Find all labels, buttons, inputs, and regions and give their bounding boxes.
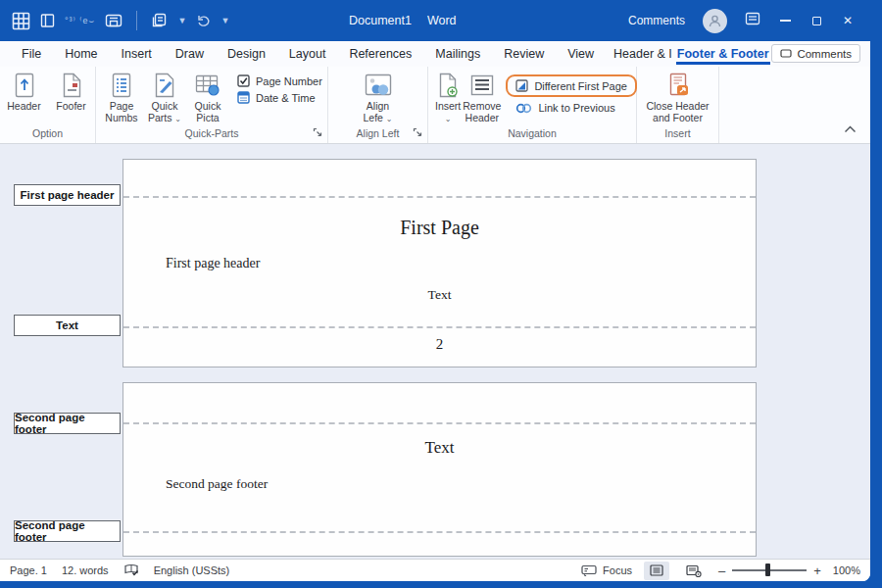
- dropdown-caret-icon: ⌄: [445, 115, 452, 123]
- tab-home[interactable]: Home: [53, 41, 109, 67]
- page-numbs-label: PageNumbs: [105, 100, 137, 124]
- different-first-page-checkbox[interactable]: Different First Page: [506, 74, 637, 97]
- quick-access-toolbar: °³⁾ ⁽e⌣ ▼ ▼: [0, 11, 229, 30]
- page-number-icon: [111, 71, 132, 100]
- print-layout-button[interactable]: [681, 562, 707, 580]
- ribbon-group-quick-parts: PageNumbs QuickParts ⌄ QuickPicta: [96, 67, 328, 143]
- zoom-in-button[interactable]: +: [813, 564, 821, 578]
- page1-header-text[interactable]: First page header: [166, 256, 260, 271]
- spellcheck-icon[interactable]: [123, 564, 139, 578]
- tab-header-footer-active[interactable]: Header & I Footer & Footer: [606, 41, 778, 67]
- autosave-document-icon[interactable]: [151, 13, 168, 28]
- titlebar-comments-label: Comments: [628, 14, 685, 27]
- dropdown-caret-icon[interactable]: ▼: [177, 16, 186, 25]
- ribbon: Header Foofer Option PageNumbs: [0, 67, 870, 144]
- save-icon[interactable]: [105, 14, 122, 28]
- zoom-slider-track[interactable]: [732, 569, 807, 571]
- date-time-icon: [237, 91, 250, 104]
- page-number-check-label: Page Number: [256, 75, 322, 87]
- collapse-ribbon-icon[interactable]: [844, 120, 857, 137]
- document-page-2[interactable]: Text Second page footer: [122, 382, 757, 557]
- insert-button-label: Insert ⌄: [435, 100, 461, 124]
- group-label-option: Option: [0, 126, 95, 143]
- undo-icon[interactable]: [196, 14, 211, 27]
- focus-button[interactable]: Focus: [581, 564, 632, 576]
- side-label-second-page-footer-2: Second page footer: [14, 520, 121, 542]
- active-tab-prefix: Header & I: [613, 47, 672, 61]
- checkbox-checked-icon: [237, 74, 250, 87]
- quick-parts-button[interactable]: QuickParts ⌄: [144, 71, 185, 124]
- page2-footer-text[interactable]: Second page footer: [166, 476, 268, 492]
- tab-insert[interactable]: Insert: [110, 41, 164, 67]
- tab-design[interactable]: Design: [216, 41, 277, 67]
- header-button-label: Header: [7, 100, 40, 112]
- remove-header-button[interactable]: RemoveHeader: [463, 71, 501, 124]
- date-time-button[interactable]: Date & Time: [237, 91, 322, 104]
- focus-label: Focus: [603, 564, 632, 576]
- align-left-button[interactable]: AlignLefe ⌄: [353, 71, 404, 124]
- dialog-launcher-icon[interactable]: [413, 123, 422, 141]
- titlebar-controls: Comments ✕: [628, 0, 870, 41]
- scribble-marks-icon: °³⁾ ⁽e⌣: [65, 16, 95, 26]
- footer-boundary-dashed-line: [123, 531, 756, 533]
- focus-icon: [581, 564, 598, 576]
- header-boundary-dashed-line: [123, 196, 756, 198]
- close-button[interactable]: ✕: [841, 0, 855, 41]
- page-numbs-button[interactable]: PageNumbs: [101, 71, 142, 124]
- tab-layout[interactable]: Layout: [277, 41, 338, 67]
- header-button[interactable]: Header: [4, 71, 45, 112]
- page1-title[interactable]: First Page: [123, 217, 756, 239]
- ribbon-group-navigation: Insert ⌄ RemoveHeader Different First Pa…: [428, 67, 637, 143]
- side-label-text-tab: Text: [14, 315, 121, 336]
- tab-review[interactable]: Review: [492, 41, 556, 67]
- page-indicator[interactable]: Page. 1: [10, 564, 47, 576]
- tab-view[interactable]: View: [556, 41, 606, 67]
- zoom-slider: – +: [718, 564, 821, 578]
- window-title: Document1 Word: [349, 0, 457, 41]
- toolbar-separator: [136, 11, 137, 30]
- document-page-1[interactable]: First Page First page header Text 2: [122, 159, 757, 368]
- dropdown-caret-icon: ⌄: [174, 115, 181, 123]
- header-boundary-dashed-line: [123, 422, 756, 424]
- tab-file[interactable]: File: [10, 41, 53, 67]
- footer-button[interactable]: Foofer: [51, 71, 92, 112]
- app-name: Word: [427, 14, 457, 27]
- app-launcher-icon[interactable]: [12, 12, 30, 30]
- active-tab-label: Footer & Footer: [676, 44, 770, 65]
- tab-references[interactable]: References: [337, 41, 423, 67]
- side-label-first-page-header: First page header: [14, 184, 121, 206]
- remove-header-icon: [469, 71, 495, 100]
- language-indicator[interactable]: English (USSts): [154, 564, 230, 576]
- word-window: °³⁾ ⁽e⌣ ▼ ▼ Document1 Word Comments: [0, 0, 870, 581]
- zoom-slider-thumb[interactable]: [765, 564, 770, 576]
- ribbon-display-options-icon[interactable]: [745, 12, 760, 29]
- footer-icon: [60, 71, 83, 100]
- book-icon[interactable]: [40, 13, 55, 28]
- page2-body-text[interactable]: Text: [123, 438, 756, 458]
- document-title: Document1: [349, 14, 412, 27]
- word-count[interactable]: 12. words: [62, 564, 109, 576]
- align-left-label: AlignLefe ⌄: [363, 100, 392, 124]
- read-mode-button[interactable]: [644, 562, 669, 580]
- minimize-button[interactable]: [778, 0, 792, 41]
- header-icon: [13, 71, 36, 100]
- zoom-out-button[interactable]: –: [718, 564, 725, 578]
- titlebar-comments-button[interactable]: Comments: [628, 14, 685, 27]
- page-number-checkbox[interactable]: Page Number: [237, 74, 322, 87]
- link-icon: [515, 103, 532, 114]
- insert-button[interactable]: Insert ⌄: [435, 71, 461, 124]
- redo-caret-icon[interactable]: ▼: [220, 16, 229, 25]
- page1-body-text[interactable]: Text: [123, 287, 756, 303]
- dialog-launcher-icon[interactable]: [313, 123, 322, 141]
- tab-draw[interactable]: Draw: [164, 41, 216, 67]
- account-avatar[interactable]: [703, 9, 727, 33]
- link-to-previous-button[interactable]: Link to Previous: [508, 102, 637, 114]
- quick-picta-button[interactable]: QuickPicta: [187, 71, 228, 124]
- zoom-level[interactable]: 100%: [833, 564, 860, 576]
- maximize-button[interactable]: [809, 0, 823, 41]
- page1-page-number[interactable]: 2: [123, 336, 756, 353]
- group-label-quick-parts: Quick-Parts: [96, 126, 327, 143]
- comments-button[interactable]: Comments: [771, 44, 860, 63]
- tab-mailings[interactable]: Mailings: [423, 41, 492, 67]
- close-header-footer-button[interactable]: Close Headerand Footer: [642, 71, 714, 124]
